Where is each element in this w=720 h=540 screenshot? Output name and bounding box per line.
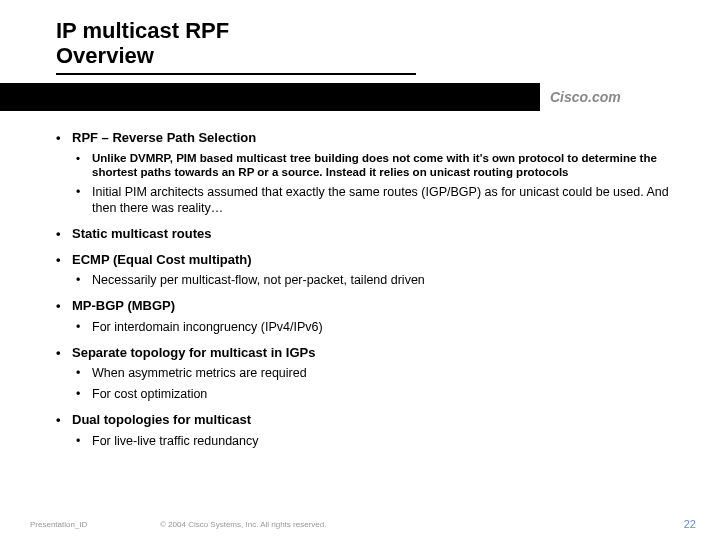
bullet-mbgp-sub1: For interdomain incongruency (IPv4/IPv6)	[76, 319, 690, 336]
slide-title: IP multicast RPF Overview	[0, 0, 720, 81]
title-line-1: IP multicast RPF	[56, 18, 720, 43]
bullet-static: Static multicast routes	[56, 225, 690, 243]
bullet-dual-sub1: For live-live traffic redundancy	[76, 433, 690, 450]
bullet-rpf-sub1: Unlike DVMRP, PIM based multicast tree b…	[76, 151, 690, 180]
slide-body: RPF – Reverse Path Selection Unlike DVMR…	[0, 111, 720, 449]
footer-presentation-id: Presentation_ID	[0, 520, 140, 529]
bullet-rpf: RPF – Reverse Path Selection	[56, 129, 690, 147]
bullet-separate-sub1: When asymmetric metrics are required	[76, 365, 690, 382]
bullet-separate-sub2: For cost optimization	[76, 386, 690, 403]
bullet-mbgp: MP-BGP (MBGP)	[56, 297, 690, 315]
header-bar: Cisco.com	[0, 83, 720, 111]
bullet-ecmp: ECMP (Equal Cost multipath)	[56, 251, 690, 269]
footer-page-number: 22	[684, 518, 720, 530]
black-bar	[0, 83, 540, 111]
bullet-separate-topology: Separate topology for multicast in IGPs	[56, 344, 690, 362]
slide-footer: Presentation_ID © 2004 Cisco Systems, In…	[0, 518, 720, 530]
title-line-2: Overview	[56, 43, 416, 75]
brand-label: Cisco.com	[540, 83, 621, 111]
bullet-dual-topologies: Dual topologies for multicast	[56, 411, 690, 429]
footer-copyright: © 2004 Cisco Systems, Inc. All rights re…	[140, 520, 684, 529]
bullet-rpf-sub2: Initial PIM architects assumed that exac…	[76, 184, 690, 218]
bullet-ecmp-sub1: Necessarily per multicast-flow, not per-…	[76, 272, 690, 289]
